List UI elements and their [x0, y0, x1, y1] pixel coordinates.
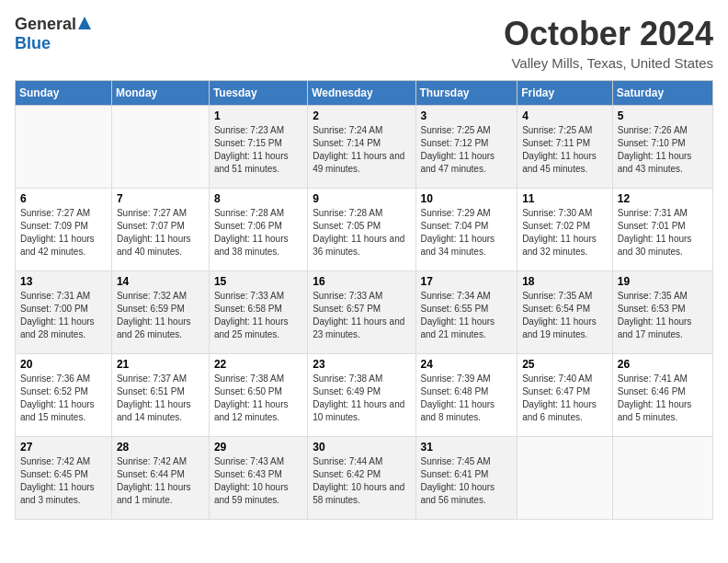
calendar-cell [16, 106, 112, 189]
day-number: 18 [522, 275, 608, 288]
day-number: 1 [214, 109, 302, 122]
calendar-cell: 8Sunrise: 7:28 AM Sunset: 7:06 PM Daylig… [209, 189, 307, 271]
calendar-cell: 16Sunrise: 7:33 AM Sunset: 6:57 PM Dayli… [308, 271, 415, 354]
day-number: 15 [214, 275, 302, 288]
day-number: 14 [117, 275, 204, 288]
day-of-week-header: Friday [518, 81, 613, 106]
day-number: 30 [313, 441, 410, 454]
calendar-cell: 31Sunrise: 7:45 AM Sunset: 6:41 PM Dayli… [415, 437, 518, 520]
calendar-cell: 14Sunrise: 7:32 AM Sunset: 6:59 PM Dayli… [111, 271, 209, 354]
day-number: 17 [421, 275, 513, 288]
day-number: 28 [117, 441, 204, 454]
day-info: Sunrise: 7:45 AM Sunset: 6:41 PM Dayligh… [421, 455, 513, 507]
day-of-week-header: Wednesday [308, 81, 415, 106]
day-info: Sunrise: 7:38 AM Sunset: 6:49 PM Dayligh… [313, 373, 410, 424]
calendar-cell: 2Sunrise: 7:24 AM Sunset: 7:14 PM Daylig… [308, 106, 415, 189]
calendar-cell: 3Sunrise: 7:25 AM Sunset: 7:12 PM Daylig… [415, 106, 518, 189]
day-info: Sunrise: 7:36 AM Sunset: 6:52 PM Dayligh… [20, 373, 107, 424]
day-info: Sunrise: 7:34 AM Sunset: 6:55 PM Dayligh… [421, 290, 513, 341]
day-info: Sunrise: 7:40 AM Sunset: 6:47 PM Dayligh… [522, 373, 608, 424]
day-info: Sunrise: 7:38 AM Sunset: 6:50 PM Dayligh… [214, 373, 302, 424]
day-info: Sunrise: 7:43 AM Sunset: 6:43 PM Dayligh… [214, 455, 302, 507]
day-info: Sunrise: 7:33 AM Sunset: 6:58 PM Dayligh… [214, 290, 302, 341]
title-area: October 2024 Valley Mills, Texas, United… [504, 15, 713, 71]
day-number: 11 [522, 192, 608, 205]
day-number: 24 [421, 358, 513, 371]
logo-general: General [15, 15, 76, 34]
calendar-cell: 9Sunrise: 7:28 AM Sunset: 7:05 PM Daylig… [308, 189, 415, 271]
day-number: 26 [618, 358, 708, 371]
logo-triangle-icon [78, 17, 91, 29]
day-of-week-header: Tuesday [209, 81, 307, 106]
day-info: Sunrise: 7:35 AM Sunset: 6:54 PM Dayligh… [522, 290, 608, 341]
calendar-cell [518, 437, 613, 520]
day-number: 3 [421, 109, 513, 122]
calendar-header: SundayMondayTuesdayWednesdayThursdayFrid… [16, 81, 713, 106]
day-info: Sunrise: 7:31 AM Sunset: 7:01 PM Dayligh… [618, 207, 708, 259]
day-info: Sunrise: 7:31 AM Sunset: 7:00 PM Dayligh… [20, 290, 107, 341]
logo-blue: Blue [15, 34, 51, 52]
day-number: 29 [214, 441, 302, 454]
day-info: Sunrise: 7:39 AM Sunset: 6:48 PM Dayligh… [421, 373, 513, 424]
calendar-cell: 11Sunrise: 7:30 AM Sunset: 7:02 PM Dayli… [518, 189, 613, 271]
day-number: 9 [313, 192, 410, 205]
day-info: Sunrise: 7:28 AM Sunset: 7:05 PM Dayligh… [313, 207, 410, 259]
day-info: Sunrise: 7:25 AM Sunset: 7:12 PM Dayligh… [421, 124, 513, 176]
day-number: 2 [313, 109, 410, 122]
calendar-body: 1Sunrise: 7:23 AM Sunset: 7:15 PM Daylig… [16, 106, 713, 520]
calendar-title: October 2024 [504, 15, 713, 53]
day-of-week-header: Thursday [415, 81, 518, 106]
day-info: Sunrise: 7:29 AM Sunset: 7:04 PM Dayligh… [421, 207, 513, 259]
day-info: Sunrise: 7:27 AM Sunset: 7:09 PM Dayligh… [20, 207, 107, 259]
calendar-cell: 27Sunrise: 7:42 AM Sunset: 6:45 PM Dayli… [16, 437, 112, 520]
day-number: 4 [522, 109, 608, 122]
calendar-cell: 21Sunrise: 7:37 AM Sunset: 6:51 PM Dayli… [111, 354, 209, 437]
svg-marker-0 [78, 17, 91, 29]
calendar-cell: 4Sunrise: 7:25 AM Sunset: 7:11 PM Daylig… [518, 106, 613, 189]
day-info: Sunrise: 7:24 AM Sunset: 7:14 PM Dayligh… [313, 124, 410, 176]
day-info: Sunrise: 7:23 AM Sunset: 7:15 PM Dayligh… [214, 124, 302, 176]
calendar-cell: 18Sunrise: 7:35 AM Sunset: 6:54 PM Dayli… [518, 271, 613, 354]
day-number: 8 [214, 192, 302, 205]
day-info: Sunrise: 7:33 AM Sunset: 6:57 PM Dayligh… [313, 290, 410, 341]
calendar-table: SundayMondayTuesdayWednesdayThursdayFrid… [15, 80, 713, 520]
day-info: Sunrise: 7:25 AM Sunset: 7:11 PM Dayligh… [522, 124, 608, 176]
calendar-cell: 28Sunrise: 7:42 AM Sunset: 6:44 PM Dayli… [111, 437, 209, 520]
calendar-cell: 20Sunrise: 7:36 AM Sunset: 6:52 PM Dayli… [16, 354, 112, 437]
calendar-cell: 13Sunrise: 7:31 AM Sunset: 7:00 PM Dayli… [16, 271, 112, 354]
calendar-cell: 30Sunrise: 7:44 AM Sunset: 6:42 PM Dayli… [308, 437, 415, 520]
calendar-cell: 22Sunrise: 7:38 AM Sunset: 6:50 PM Dayli… [209, 354, 307, 437]
day-number: 20 [20, 358, 107, 371]
day-number: 23 [313, 358, 410, 371]
day-number: 25 [522, 358, 608, 371]
day-number: 21 [117, 358, 204, 371]
day-number: 13 [20, 275, 107, 288]
calendar-cell: 10Sunrise: 7:29 AM Sunset: 7:04 PM Dayli… [415, 189, 518, 271]
day-info: Sunrise: 7:44 AM Sunset: 6:42 PM Dayligh… [313, 455, 410, 507]
day-number: 6 [20, 192, 107, 205]
day-info: Sunrise: 7:42 AM Sunset: 6:45 PM Dayligh… [20, 455, 107, 507]
day-info: Sunrise: 7:30 AM Sunset: 7:02 PM Dayligh… [522, 207, 608, 259]
day-info: Sunrise: 7:32 AM Sunset: 6:59 PM Dayligh… [117, 290, 204, 341]
calendar-cell: 12Sunrise: 7:31 AM Sunset: 7:01 PM Dayli… [612, 189, 712, 271]
calendar-cell [612, 437, 712, 520]
calendar-cell: 26Sunrise: 7:41 AM Sunset: 6:46 PM Dayli… [612, 354, 712, 437]
day-info: Sunrise: 7:42 AM Sunset: 6:44 PM Dayligh… [117, 455, 204, 507]
day-number: 10 [421, 192, 513, 205]
calendar-cell: 23Sunrise: 7:38 AM Sunset: 6:49 PM Dayli… [308, 354, 415, 437]
day-info: Sunrise: 7:26 AM Sunset: 7:10 PM Dayligh… [618, 124, 708, 176]
day-of-week-header: Saturday [612, 81, 712, 106]
calendar-cell: 6Sunrise: 7:27 AM Sunset: 7:09 PM Daylig… [16, 189, 112, 271]
calendar-cell: 5Sunrise: 7:26 AM Sunset: 7:10 PM Daylig… [612, 106, 712, 189]
calendar-cell: 29Sunrise: 7:43 AM Sunset: 6:43 PM Dayli… [209, 437, 307, 520]
day-number: 12 [618, 192, 708, 205]
calendar-cell: 24Sunrise: 7:39 AM Sunset: 6:48 PM Dayli… [415, 354, 518, 437]
day-number: 5 [618, 109, 708, 122]
day-info: Sunrise: 7:37 AM Sunset: 6:51 PM Dayligh… [117, 373, 204, 424]
calendar-subtitle: Valley Mills, Texas, United States [504, 55, 713, 71]
calendar-cell: 15Sunrise: 7:33 AM Sunset: 6:58 PM Dayli… [209, 271, 307, 354]
day-number: 7 [117, 192, 204, 205]
day-info: Sunrise: 7:28 AM Sunset: 7:06 PM Dayligh… [214, 207, 302, 259]
day-number: 16 [313, 275, 410, 288]
day-number: 19 [618, 275, 708, 288]
